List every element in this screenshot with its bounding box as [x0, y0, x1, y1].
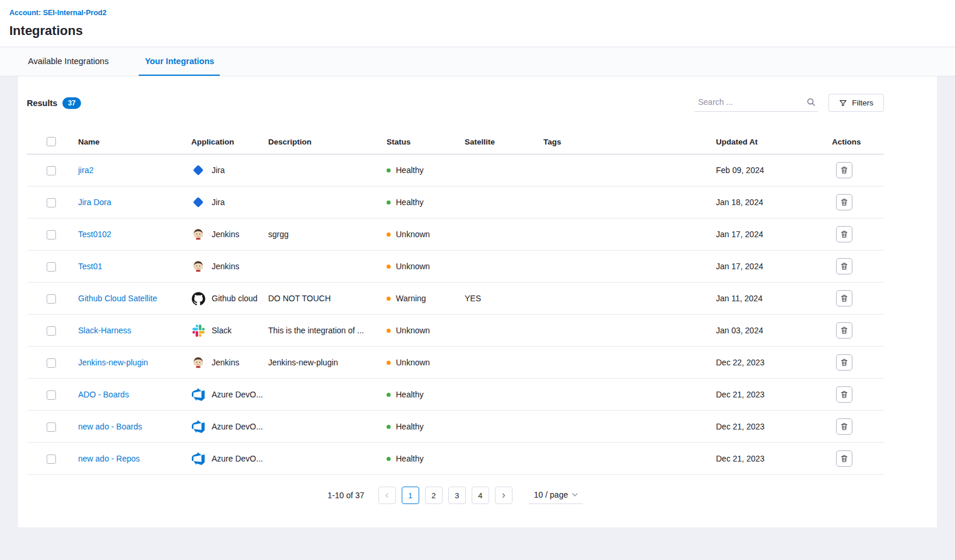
row-checkbox[interactable]	[47, 262, 56, 272]
updated-at-value: Dec 21, 2023	[716, 454, 764, 463]
trash-icon	[840, 230, 848, 238]
jenkins-icon	[191, 355, 205, 369]
status-label: Healthy	[396, 422, 423, 431]
integration-name-link[interactable]: jira2	[78, 165, 93, 175]
jenkins-icon	[191, 227, 205, 241]
trash-icon	[840, 198, 848, 206]
prev-page-button[interactable]: ‹	[378, 487, 396, 504]
row-checkbox[interactable]	[47, 358, 56, 368]
trash-icon	[840, 390, 848, 399]
application-label: Azure DevO...	[212, 454, 263, 463]
application-label: Github cloud	[212, 294, 258, 303]
trash-icon	[840, 294, 848, 302]
search-input[interactable]	[697, 97, 806, 107]
page-button-2[interactable]: 2	[425, 487, 443, 504]
azure-devops-icon	[191, 452, 205, 466]
updated-at-value: Dec 22, 2023	[716, 358, 764, 367]
table-row: Slack-Harness Slack This is the integrat…	[27, 315, 884, 347]
table-header-row: Name Application Description Status Sate…	[27, 129, 884, 154]
table-row: Jenkins-new-plugin Jenkins Jenkins-new-p…	[27, 347, 884, 379]
page-number-buttons: 1234	[402, 487, 489, 504]
page-button-1[interactable]: 1	[402, 487, 419, 504]
account-link[interactable]: Account: SEI-Internal-Prod2	[9, 9, 107, 17]
integration-name-link[interactable]: Test01	[78, 262, 102, 271]
column-header-application: Application	[191, 129, 268, 154]
select-all-checkbox[interactable]	[47, 137, 56, 146]
row-checkbox[interactable]	[47, 198, 56, 207]
delete-button[interactable]	[836, 386, 852, 403]
jira-icon	[191, 195, 205, 209]
row-checkbox[interactable]	[47, 230, 56, 240]
application-label: Jenkins	[212, 358, 239, 367]
updated-at-value: Jan 17, 2024	[716, 262, 763, 271]
integration-name-link[interactable]: Slack-Harness	[78, 326, 131, 335]
status-dot	[387, 200, 391, 205]
page-header: Account: SEI-Internal-Prod2 Integrations	[0, 0, 955, 47]
page-button-4[interactable]: 4	[472, 487, 489, 504]
row-checkbox[interactable]	[47, 294, 56, 304]
status-label: Unknown	[396, 326, 430, 335]
delete-button[interactable]	[836, 322, 852, 339]
column-header-updated-at: Updated At	[716, 129, 832, 154]
row-checkbox[interactable]	[47, 326, 56, 336]
table-body: jira2 Jira Healthy	[27, 154, 884, 475]
azure-devops-icon	[191, 388, 205, 401]
updated-at-value: Dec 21, 2023	[716, 390, 764, 399]
delete-button[interactable]	[836, 162, 852, 178]
results-label: Results	[27, 98, 57, 108]
filters-button[interactable]: Filters	[828, 94, 884, 112]
updated-at-value: Jan 11, 2024	[716, 294, 763, 303]
delete-button[interactable]	[836, 258, 852, 274]
delete-button[interactable]	[836, 290, 852, 307]
table-row: ADO - Boards Azure DevO... Healthy	[27, 379, 884, 411]
status-dot	[387, 329, 391, 333]
page-size-select[interactable]: 10 / page	[529, 487, 583, 504]
row-checkbox[interactable]	[47, 390, 56, 400]
satellite-value: YES	[465, 294, 481, 303]
delete-button[interactable]	[836, 194, 852, 210]
row-checkbox[interactable]	[47, 455, 56, 464]
trash-icon	[840, 422, 848, 431]
integrations-table: Name Application Description Status Sate…	[27, 129, 884, 475]
application-label: Jenkins	[212, 230, 239, 239]
integration-name-link[interactable]: new ado - Repos	[78, 454, 140, 463]
search-box	[694, 94, 818, 112]
row-checkbox[interactable]	[47, 166, 56, 175]
application-label: Jenkins	[212, 262, 239, 271]
delete-button[interactable]	[836, 354, 852, 371]
row-checkbox[interactable]	[47, 422, 56, 432]
updated-at-value: Jan 18, 2024	[716, 198, 763, 207]
description-text: DO NOT TOUCH	[268, 294, 331, 303]
next-page-button[interactable]: ›	[495, 487, 512, 504]
page-button-3[interactable]: 3	[448, 487, 466, 504]
column-header-satellite: Satellite	[465, 129, 543, 154]
jenkins-icon	[191, 259, 205, 273]
integration-name-link[interactable]: Jenkins-new-plugin	[78, 358, 148, 367]
pagination: 1-10 of 37 ‹ 1234 › 10 / page	[27, 487, 884, 504]
trash-icon	[840, 166, 848, 174]
trash-icon	[840, 455, 848, 463]
integration-name-link[interactable]: new ado - Boards	[78, 422, 142, 431]
status-dot	[387, 297, 391, 301]
delete-button[interactable]	[836, 418, 852, 435]
filter-icon	[839, 99, 847, 107]
application-label: Azure DevO...	[212, 422, 263, 431]
tab-available-integrations[interactable]: Available Integrations	[22, 47, 114, 76]
tab-your-integrations[interactable]: Your Integrations	[139, 47, 220, 76]
tab-bar: Available Integrations Your Integrations	[0, 47, 955, 76]
description-text: sgrgg	[268, 230, 289, 239]
delete-button[interactable]	[836, 450, 852, 467]
updated-at-value: Dec 21, 2023	[716, 422, 764, 431]
updated-at-value: Jan 03, 2024	[716, 326, 763, 335]
description-text: This is the integration of ...	[268, 326, 364, 335]
trash-icon	[840, 326, 848, 334]
integration-name-link[interactable]: Jira Dora	[78, 198, 111, 207]
integration-name-link[interactable]: ADO - Boards	[78, 390, 129, 399]
delete-button[interactable]	[836, 226, 852, 242]
column-header-name: Name	[78, 129, 191, 154]
status-label: Warning	[396, 294, 426, 303]
jira-icon	[191, 163, 205, 177]
integration-name-link[interactable]: Github Cloud Satellite	[78, 294, 157, 303]
integration-name-link[interactable]: Test0102	[78, 230, 111, 239]
status-dot	[387, 233, 391, 237]
